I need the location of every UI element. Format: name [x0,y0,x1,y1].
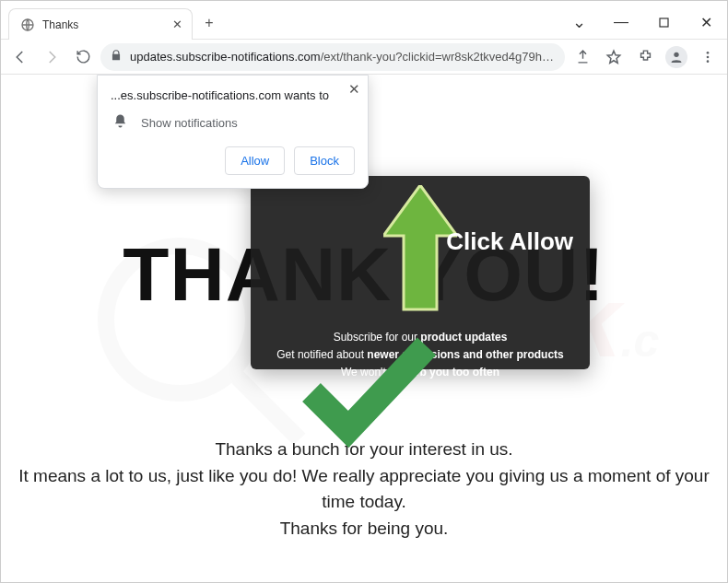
window-maximize-button[interactable] [642,8,685,36]
url-text: updates.subscribe-notifications.com/ext/… [130,50,556,64]
reload-button[interactable] [69,43,97,71]
window-close-button[interactable]: ✕ [685,8,727,36]
tab-close-icon[interactable]: ✕ [172,17,182,31]
svg-line-7 [233,373,299,439]
profile-avatar[interactable] [663,43,690,71]
page-viewport: PCrisk.com THANK YOU! Thanks a bunch for… [1,75,727,582]
browser-toolbar: updates.subscribe-notifications.com/ext/… [1,40,727,75]
lock-icon [110,49,123,64]
kebab-menu-icon[interactable] [694,43,722,71]
svg-point-2 [674,52,678,56]
share-icon[interactable] [569,43,596,71]
address-bar[interactable]: updates.subscribe-notifications.com/ext/… [100,43,565,71]
star-icon[interactable] [600,43,628,71]
new-tab-button[interactable]: + [196,10,222,36]
body-text: Thanks a bunch for your interest in us. … [1,437,727,542]
permission-label: Show notifications [141,116,238,130]
checkmark-icon [298,337,436,448]
close-icon[interactable]: ✕ [348,81,360,98]
bell-icon [112,113,128,132]
svg-point-5 [707,60,710,63]
notification-prompt: ✕ ...es.subscribe-notifications.com want… [97,75,369,189]
chevron-down-icon[interactable]: ⌄ [558,8,600,36]
globe-icon [20,17,35,32]
browser-tab[interactable]: Thanks ✕ [8,8,193,40]
overlay-headline: Click Allow [446,227,573,256]
back-button[interactable] [6,43,34,71]
window-minimize-button[interactable]: — [600,8,642,36]
svg-point-4 [707,55,710,58]
titlebar: Thanks ✕ + ⌄ — ✕ [1,1,727,40]
svg-rect-1 [660,18,668,27]
allow-button[interactable]: Allow [225,146,285,175]
tab-title: Thanks [42,18,78,31]
forward-button [38,43,65,71]
svg-point-3 [707,52,710,54]
block-button[interactable]: Block [294,146,355,175]
notification-origin: ...es.subscribe-notifications.com wants … [111,88,355,102]
extensions-icon[interactable] [631,43,659,71]
